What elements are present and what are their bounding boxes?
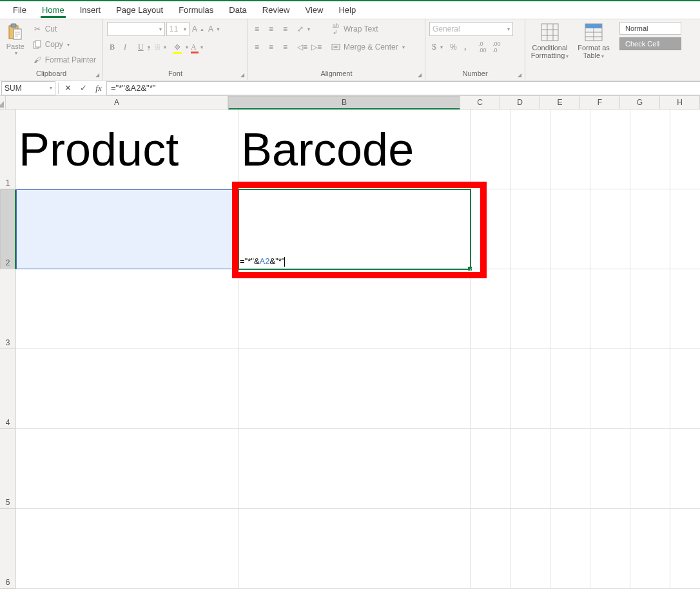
align-bottom-button[interactable]: ≡ (280, 22, 293, 36)
merge-center-button[interactable]: Merge & Center ▾ (328, 40, 407, 54)
cell-D4[interactable] (510, 349, 550, 429)
increase-decimal-button[interactable]: .0.00 (476, 40, 489, 54)
cell-E3[interactable] (550, 269, 590, 349)
row-header-2[interactable]: 2 (0, 189, 16, 269)
dialog-launcher-icon[interactable]: ◢ (94, 72, 101, 78)
row-header-4[interactable]: 4 (0, 349, 16, 429)
cell-F3[interactable] (590, 269, 630, 349)
decrease-decimal-button[interactable]: .00.0 (490, 40, 503, 54)
cell-B1[interactable]: Barcode (238, 110, 471, 189)
tab-page-layout[interactable]: Page Layout (108, 3, 171, 17)
select-all-corner[interactable] (0, 96, 6, 110)
tab-file[interactable]: File (5, 3, 34, 17)
underline-button[interactable]: U▾ (135, 40, 151, 54)
col-header-G[interactable]: G (620, 96, 660, 110)
insert-function-button[interactable]: fx (91, 81, 106, 95)
align-right-button[interactable]: ≡ (280, 40, 293, 54)
row-header-5[interactable]: 5 (0, 429, 16, 509)
cell-G4[interactable] (630, 349, 670, 429)
align-center-button[interactable]: ≡ (266, 40, 279, 54)
dialog-launcher-icon[interactable]: ◢ (416, 72, 423, 78)
cell-H5[interactable] (670, 429, 700, 509)
col-header-A[interactable]: A (6, 96, 228, 110)
tab-help[interactable]: Help (331, 3, 364, 17)
cell-A4[interactable] (16, 349, 238, 429)
cell-C2[interactable] (471, 189, 510, 269)
cell-B6[interactable] (238, 509, 471, 589)
number-format-select[interactable]: General▾ (429, 22, 513, 36)
cell-C4[interactable] (471, 349, 510, 429)
cell-G3[interactable] (630, 269, 670, 349)
cell-D3[interactable] (510, 269, 550, 349)
col-header-E[interactable]: E (540, 96, 580, 110)
copy-button[interactable]: Copy ▾ (30, 37, 99, 52)
cell-H6[interactable] (670, 509, 700, 589)
cell-F4[interactable] (590, 349, 630, 429)
cell-C1[interactable] (471, 110, 510, 189)
align-middle-button[interactable]: ≡ (266, 22, 279, 36)
fill-color-button[interactable]: ▾ (170, 40, 187, 54)
cut-button[interactable]: ✂ Cut (30, 22, 99, 36)
italic-button[interactable]: I (121, 40, 134, 54)
cell-H4[interactable] (670, 349, 700, 429)
cell-D5[interactable] (510, 429, 550, 509)
col-header-C[interactable]: C (460, 96, 500, 110)
name-box[interactable]: SUM ▾ (1, 81, 55, 95)
paste-button[interactable]: Paste ▾ (4, 22, 27, 56)
cell-A1[interactable]: Product (16, 110, 238, 189)
currency-button[interactable]: $▾ (429, 40, 446, 54)
bold-button[interactable]: B (107, 40, 120, 54)
cell-A5[interactable] (16, 429, 238, 509)
cell-F2[interactable] (590, 189, 630, 269)
col-header-F[interactable]: F (580, 96, 620, 110)
tab-review[interactable]: Review (255, 3, 298, 17)
cell-C5[interactable] (471, 429, 510, 509)
tab-data[interactable]: Data (221, 3, 254, 17)
row-header-3[interactable]: 3 (0, 269, 16, 349)
cell-B5[interactable] (238, 429, 471, 509)
increase-indent-button[interactable]: ▷≡ (309, 40, 322, 54)
cell-E6[interactable] (550, 509, 590, 589)
cell-D1[interactable] (510, 110, 550, 189)
font-size-select[interactable]: 11▾ (166, 22, 190, 36)
conditional-formatting-button[interactable]: Conditional Formatting▾ (529, 22, 570, 60)
cell-D2[interactable] (510, 189, 550, 269)
orientation-button[interactable]: ⤢▾ (295, 22, 311, 36)
tab-insert[interactable]: Insert (72, 3, 109, 17)
comma-button[interactable]: , (462, 40, 474, 54)
align-top-button[interactable]: ≡ (252, 22, 265, 36)
decrease-indent-button[interactable]: ◁≡ (295, 40, 307, 54)
cell-E1[interactable] (550, 110, 590, 189)
cell-G1[interactable] (630, 110, 670, 189)
style-check-cell[interactable]: Check Cell (619, 37, 681, 50)
font-color-button[interactable]: A▾ (188, 40, 205, 54)
cell-D6[interactable] (510, 509, 550, 589)
format-as-table-button[interactable]: Format as Table▾ (573, 22, 614, 60)
wrap-text-button[interactable]: ab↲ Wrap Text (328, 22, 407, 36)
cell-G6[interactable] (630, 509, 670, 589)
tab-view[interactable]: View (297, 3, 331, 17)
borders-button[interactable]: ▾ (152, 40, 169, 54)
col-header-D[interactable]: D (500, 96, 540, 110)
row-header-1[interactable]: 1 (0, 110, 16, 189)
cell-H1[interactable] (670, 110, 700, 189)
tab-formulas[interactable]: Formulas (171, 3, 221, 17)
align-left-button[interactable]: ≡ (252, 40, 265, 54)
percent-button[interactable]: % (447, 40, 460, 54)
cell-A2[interactable] (16, 189, 238, 269)
cell-B3[interactable] (238, 269, 471, 349)
cell-E5[interactable] (550, 429, 590, 509)
formula-input[interactable]: ="*"&A2&"*" (106, 81, 700, 95)
cancel-formula-button[interactable]: ✕ (60, 81, 75, 95)
cell-B4[interactable] (238, 349, 471, 429)
col-header-B[interactable]: B (228, 96, 460, 110)
tab-home[interactable]: Home (34, 3, 72, 17)
enter-formula-button[interactable]: ✓ (75, 81, 91, 95)
dialog-launcher-icon[interactable]: ◢ (239, 72, 246, 78)
cell-B2[interactable]: ="*"&A2&"*" (238, 189, 471, 269)
cell-F5[interactable] (590, 429, 630, 509)
cell-E2[interactable] (550, 189, 590, 269)
cell-G2[interactable] (630, 189, 670, 269)
cell-E4[interactable] (550, 349, 590, 429)
dialog-launcher-icon[interactable]: ◢ (516, 72, 523, 78)
